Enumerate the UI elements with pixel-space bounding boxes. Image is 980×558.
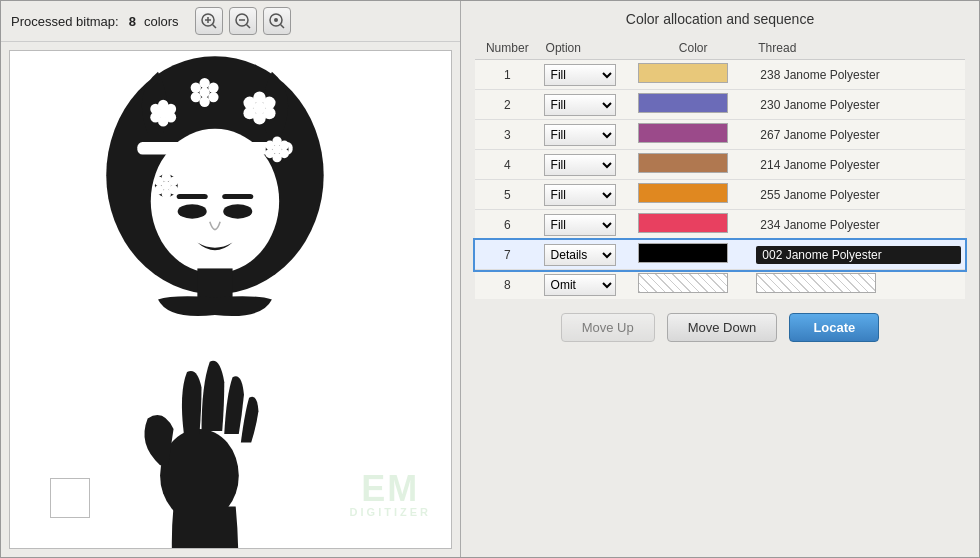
svg-rect-13 [222, 194, 253, 199]
option-select[interactable]: FillDetailsOmitAuto [544, 94, 616, 116]
svg-point-14 [178, 204, 207, 218]
svg-point-28 [208, 92, 218, 102]
row-number: 3 [475, 120, 540, 150]
bitmap-label: Processed bitmap: [11, 14, 119, 29]
color-preview-square [50, 478, 90, 518]
row-number: 6 [475, 210, 540, 240]
table-row[interactable]: 6FillDetailsOmitAuto234 Janome Polyester [475, 210, 965, 240]
col-header-number: Number [475, 37, 540, 60]
table-row[interactable]: 4FillDetailsOmitAuto214 Janome Polyester [475, 150, 965, 180]
row-color[interactable] [634, 270, 752, 300]
col-header-color: Color [634, 37, 752, 60]
col-header-option: Option [540, 37, 635, 60]
row-thread: 234 Janome Polyester [752, 210, 965, 240]
svg-point-56 [162, 181, 171, 190]
row-option[interactable]: FillDetailsOmitAuto [540, 60, 635, 90]
row-thread: 230 Janome Polyester [752, 90, 965, 120]
row-number: 5 [475, 180, 540, 210]
color-count: 8 [129, 14, 136, 29]
option-select[interactable]: FillDetailsOmitAuto [544, 64, 616, 86]
row-thread: 002 Janome Polyester [752, 240, 965, 270]
move-up-button[interactable]: Move Up [561, 313, 655, 342]
row-thread: 267 Janome Polyester [752, 120, 965, 150]
table-row[interactable]: 2FillDetailsOmitAuto230 Janome Polyester [475, 90, 965, 120]
table-row[interactable]: 1FillDetailsOmitAuto238 Janome Polyester [475, 60, 965, 90]
table-row[interactable]: 3FillDetailsOmitAuto267 Janome Polyester [475, 120, 965, 150]
table-row[interactable]: 5FillDetailsOmitAuto255 Janome Polyester [475, 180, 965, 210]
locate-button[interactable]: Locate [789, 313, 879, 342]
colors-label: colors [144, 14, 179, 29]
svg-point-30 [191, 92, 201, 102]
row-number: 2 [475, 90, 540, 120]
svg-rect-12 [177, 194, 208, 199]
svg-point-48 [272, 145, 281, 154]
option-select[interactable]: FillDetailsOmitAuto [544, 124, 616, 146]
svg-point-24 [253, 102, 265, 114]
zoom-in-button[interactable] [195, 7, 223, 35]
svg-point-27 [208, 83, 218, 93]
svg-point-29 [199, 97, 209, 107]
row-color[interactable] [634, 210, 752, 240]
row-number: 8 [475, 270, 540, 300]
zoom-out-button[interactable] [229, 7, 257, 35]
svg-line-9 [280, 25, 284, 29]
svg-line-6 [246, 25, 250, 29]
move-down-button[interactable]: Move Down [667, 313, 778, 342]
right-panel: Color allocation and sequence Number Opt… [461, 1, 979, 557]
option-select[interactable]: FillDetailsOmitAuto [544, 154, 616, 176]
table-row[interactable]: 7FillDetailsOmitAuto002 Janome Polyester [475, 240, 965, 270]
panel-title: Color allocation and sequence [475, 11, 965, 27]
svg-point-8 [274, 18, 278, 22]
row-number: 4 [475, 150, 540, 180]
toolbar: Processed bitmap: 8 colors [1, 1, 460, 42]
watermark: EM DIGITIZER [350, 471, 431, 518]
svg-point-40 [158, 108, 168, 118]
color-table: Number Option Color Thread 1FillDetailsO… [475, 37, 965, 299]
svg-line-3 [212, 25, 216, 29]
row-thread [752, 270, 965, 300]
row-option[interactable]: FillDetailsOmitAuto [540, 120, 635, 150]
row-option[interactable]: FillDetailsOmitAuto [540, 90, 635, 120]
svg-point-26 [199, 78, 209, 88]
option-select[interactable]: FillDetailsOmitAuto [544, 274, 616, 296]
svg-rect-57 [197, 268, 232, 299]
row-option[interactable]: FillDetailsOmitAuto [540, 210, 635, 240]
table-row[interactable]: 8FillDetailsOmitAuto [475, 270, 965, 300]
row-thread: 255 Janome Polyester [752, 180, 965, 210]
option-select[interactable]: FillDetailsOmitAuto [544, 214, 616, 236]
row-color[interactable] [634, 90, 752, 120]
row-color[interactable] [634, 240, 752, 270]
svg-point-15 [223, 204, 252, 218]
row-color[interactable] [634, 180, 752, 210]
row-number: 7 [475, 240, 540, 270]
row-thread: 214 Janome Polyester [752, 150, 965, 180]
left-panel: Processed bitmap: 8 colors [1, 1, 461, 557]
bottom-buttons: Move Up Move Down Locate [475, 313, 965, 342]
svg-point-32 [199, 87, 209, 97]
row-option[interactable]: FillDetailsOmitAuto [540, 150, 635, 180]
option-select[interactable]: FillDetailsOmitAuto [544, 244, 616, 266]
row-option[interactable]: FillDetailsOmitAuto [540, 240, 635, 270]
option-select[interactable]: FillDetailsOmitAuto [544, 184, 616, 206]
row-option[interactable]: FillDetailsOmitAuto [540, 270, 635, 300]
svg-point-31 [191, 83, 201, 93]
col-header-thread: Thread [752, 37, 965, 60]
row-color[interactable] [634, 150, 752, 180]
canvas-area: EM DIGITIZER [9, 50, 452, 549]
row-color[interactable] [634, 120, 752, 150]
row-color[interactable] [634, 60, 752, 90]
row-number: 1 [475, 60, 540, 90]
row-option[interactable]: FillDetailsOmitAuto [540, 180, 635, 210]
row-thread: 238 Janome Polyester [752, 60, 965, 90]
zoom-fit-button[interactable] [263, 7, 291, 35]
